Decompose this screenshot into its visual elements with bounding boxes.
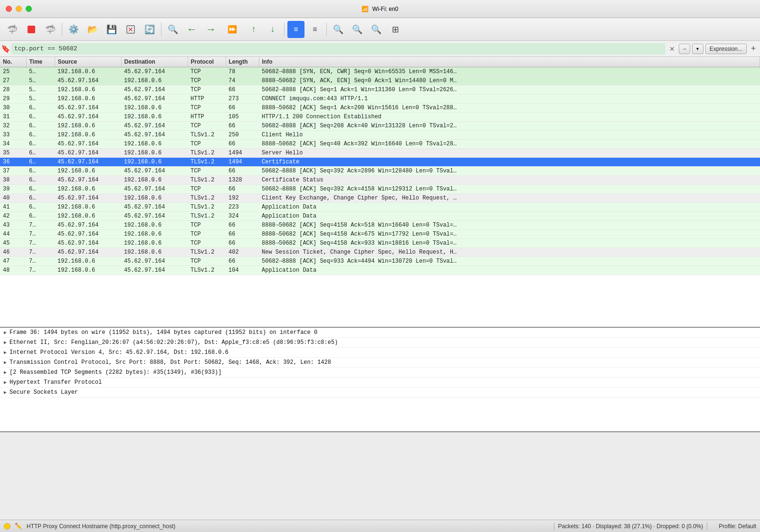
save-btn[interactable]: 💾 <box>103 21 120 38</box>
table-row[interactable]: 346…45.62.97.164192.168.0.6TCP668888→506… <box>0 140 760 149</box>
cell-len: 104 <box>226 266 259 275</box>
cell-time: 5… <box>26 95 55 104</box>
expand-all-btn[interactable]: ≡ <box>287 21 304 38</box>
filter-plus-btn[interactable]: + <box>749 44 758 54</box>
table-row[interactable]: 326…192.168.0.645.62.97.164TCP6650682→88… <box>0 122 760 131</box>
cell-proto: TCP <box>188 67 226 76</box>
cell-info: Application Data <box>259 266 760 275</box>
detail-item[interactable]: ▶[2 Reassembled TCP Segments (2282 bytes… <box>0 368 760 378</box>
columns-btn[interactable]: ⊞ <box>387 21 404 38</box>
table-row[interactable]: 437…45.62.97.164192.168.0.6TCP668888→506… <box>0 221 760 230</box>
table-row[interactable]: 416…192.168.0.645.62.97.164TLSv1.2223App… <box>0 203 760 212</box>
cell-src: 192.168.0.6 <box>55 86 121 95</box>
filter-clear-btn[interactable]: ✕ <box>667 44 677 54</box>
forward-btn[interactable]: → <box>202 21 219 38</box>
cell-time: 6… <box>26 158 55 167</box>
cell-dst: 45.62.97.164 <box>121 266 188 275</box>
status-divider-2 <box>707 522 707 530</box>
table-row[interactable]: 295…192.168.0.645.62.97.164HTTP273CONNEC… <box>0 95 760 104</box>
reload-btn[interactable]: 🔄 <box>141 21 158 38</box>
table-row[interactable]: 447…45.62.97.164192.168.0.6TCP668888→506… <box>0 230 760 239</box>
table-row[interactable]: 316…45.62.97.164192.168.0.6HTTP105HTTP/1… <box>0 113 760 122</box>
detail-item[interactable]: ▶Frame 36: 1494 bytes on wire (11952 bit… <box>0 328 760 338</box>
table-row[interactable]: 376…192.168.0.645.62.97.164TCP6650682→88… <box>0 167 760 176</box>
cell-info: Client Key Exchange, Change Cipher Spec,… <box>259 194 760 203</box>
table-row[interactable]: 477…192.168.0.645.62.97.164TCP6650682→88… <box>0 257 760 266</box>
cell-len: 66 <box>226 221 259 230</box>
cell-dst: 45.62.97.164 <box>121 212 188 221</box>
settings-btn[interactable]: ⚙️ <box>65 21 82 38</box>
detail-item[interactable]: ▶Hypertext Transfer Protocol <box>0 378 760 388</box>
table-row[interactable]: 406…45.62.97.164192.168.0.6TLSv1.2192Cli… <box>0 194 760 203</box>
maximize-window-btn[interactable] <box>26 6 32 12</box>
table-row[interactable]: 306…45.62.97.164192.168.0.6TCP668888→506… <box>0 104 760 113</box>
cell-info: 50682→8888 [ACK] Seq=392 Ack=2896 Win=12… <box>259 167 760 176</box>
search-btn[interactable]: 🔍 <box>164 21 181 38</box>
close-file-btn[interactable]: ✕ <box>122 21 139 38</box>
scroll-up-btn[interactable]: ↑ <box>245 21 262 38</box>
zoom-in-btn[interactable]: 🔍 <box>330 21 347 38</box>
table-row[interactable]: 275…45.62.97.164192.168.0.6TCP748888→506… <box>0 76 760 86</box>
start-capture-btn[interactable]: 🦈 <box>4 21 21 38</box>
table-row[interactable]: 396…192.168.0.645.62.97.164TCP6650682→88… <box>0 185 760 194</box>
zoom-reset-btn[interactable]: 🔍 <box>368 21 385 38</box>
status-edit-btn[interactable]: ✏️ <box>14 522 23 531</box>
window-controls <box>6 6 32 12</box>
close-window-btn[interactable] <box>6 6 12 12</box>
open-file-btn[interactable]: 📂 <box>84 21 101 38</box>
cell-src: 192.168.0.6 <box>55 131 121 140</box>
filter-dropdown-btn[interactable]: ▾ <box>692 44 703 54</box>
stop-capture-btn[interactable] <box>23 21 40 38</box>
scroll-down-btn[interactable]: ↓ <box>264 21 281 38</box>
goto-icon: ⏩ <box>228 25 237 34</box>
table-row[interactable]: 386…45.62.97.164192.168.0.6TLSv1.21328Ce… <box>0 176 760 185</box>
cell-src: 45.62.97.164 <box>55 239 121 248</box>
zoom-out-btn[interactable]: 🔍 <box>349 21 366 38</box>
minimize-window-btn[interactable] <box>16 6 22 12</box>
restart-capture-btn[interactable]: 🦈 <box>42 21 59 38</box>
cell-src: 45.62.97.164 <box>55 158 121 167</box>
edit-icon: ✏️ <box>15 522 22 530</box>
cell-src: 45.62.97.164 <box>55 76 121 86</box>
gear-icon: ⚙️ <box>68 24 79 35</box>
table-row[interactable]: 285…192.168.0.645.62.97.164TCP6650682→88… <box>0 86 760 95</box>
expand-all-icon: ≡ <box>294 25 298 34</box>
table-row[interactable]: 467…45.62.97.164192.168.0.6TLSv1.2402New… <box>0 248 760 257</box>
table-row[interactable]: 356…45.62.97.164192.168.0.6TLSv1.21494Se… <box>0 149 760 158</box>
cell-no: 43 <box>0 221 26 230</box>
detail-item[interactable]: ▶Transmission Control Protocol, Src Port… <box>0 358 760 368</box>
collapse-all-btn[interactable]: ≡ <box>306 21 323 38</box>
cell-proto: HTTP <box>188 113 226 122</box>
detail-item-text: Internet Protocol Version 4, Src: 45.62.… <box>10 349 228 356</box>
table-row[interactable]: 487…192.168.0.645.62.97.164TLSv1.2104App… <box>0 266 760 275</box>
goto-btn[interactable]: ⏩ <box>221 21 243 38</box>
cell-len: 66 <box>226 185 259 194</box>
filterbar: 🔖 ✕ → ▾ Expression... + <box>0 41 760 57</box>
table-row[interactable]: 426…192.168.0.645.62.97.164TLSv1.2324App… <box>0 212 760 221</box>
table-row[interactable]: 366…45.62.97.164192.168.0.6TLSv1.21494Ce… <box>0 158 760 167</box>
detail-item[interactable]: ▶Ethernet II, Src: Fenglian_20:26:07 (a4… <box>0 338 760 348</box>
table-row[interactable]: 255…192.168.0.645.62.97.164TCP7850682→88… <box>0 67 760 76</box>
filter-arrow-btn[interactable]: → <box>679 44 690 54</box>
cell-src: 45.62.97.164 <box>55 221 121 230</box>
filter-input[interactable] <box>11 43 665 55</box>
table-row[interactable]: 336…192.168.0.645.62.97.164TLSv1.2250Cli… <box>0 131 760 140</box>
cell-src: 45.62.97.164 <box>55 194 121 203</box>
detail-item[interactable]: ▶Internet Protocol Version 4, Src: 45.62… <box>0 348 760 358</box>
expression-btn[interactable]: Expression... <box>705 44 747 54</box>
cell-proto: TCP <box>188 122 226 131</box>
col-header-len: Length <box>226 57 259 67</box>
table-row[interactable]: 457…45.62.97.164192.168.0.6TCP668888→506… <box>0 239 760 248</box>
cell-dst: 192.168.0.6 <box>121 194 188 203</box>
cell-time: 7… <box>26 230 55 239</box>
cell-time: 7… <box>26 248 55 257</box>
cell-src: 192.168.0.6 <box>55 122 121 131</box>
cell-time: 6… <box>26 140 55 149</box>
back-btn[interactable]: ← <box>183 21 200 38</box>
cell-proto: TLSv1.2 <box>188 248 226 257</box>
cell-info: Server Hello <box>259 149 760 158</box>
detail-item[interactable]: ▶Secure Sockets Layer <box>0 388 760 398</box>
table-header-row: No. Time Source Destination Protocol Len… <box>0 57 760 67</box>
packet-list-scroll[interactable]: No. Time Source Destination Protocol Len… <box>0 57 760 314</box>
cell-info: 50682→8888 [SYN, ECN, CWR] Seq=0 Win=655… <box>259 67 760 76</box>
